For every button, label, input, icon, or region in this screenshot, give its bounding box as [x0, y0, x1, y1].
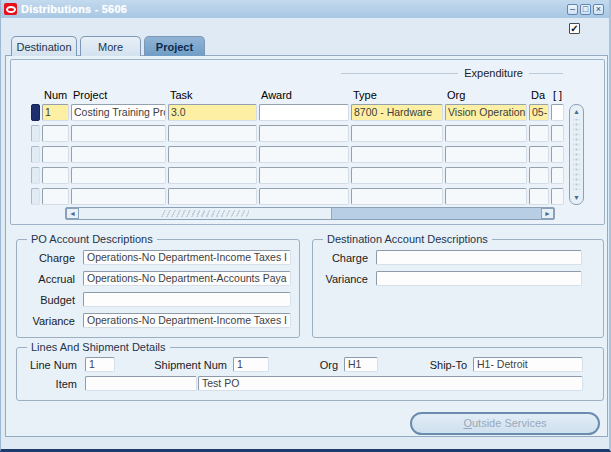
cell-date[interactable]: 05-	[529, 104, 549, 121]
po-charge-label: Charge	[17, 252, 75, 264]
ship-to-field[interactable]: H1- Detroit	[473, 357, 583, 372]
cell-date[interactable]	[529, 188, 549, 205]
cell-project[interactable]	[71, 125, 166, 142]
cell-num[interactable]	[42, 167, 69, 184]
record-selector[interactable]	[31, 146, 40, 163]
cell-task[interactable]	[168, 146, 257, 163]
cell-num[interactable]	[42, 125, 69, 142]
cell-type[interactable]	[351, 167, 443, 184]
grid-horizontal-scrollbar[interactable]: ◄ ►	[65, 207, 555, 220]
cell-task[interactable]	[168, 188, 257, 205]
tab-more[interactable]: More	[80, 36, 141, 56]
po-account-descriptions-group: PO Account Descriptions Charge Operation…	[16, 239, 300, 338]
column-header-type: Type	[351, 89, 443, 101]
cell-project[interactable]	[71, 188, 166, 205]
tab-destination[interactable]: Destination	[11, 36, 77, 56]
table-row[interactable]	[31, 188, 564, 205]
close-icon[interactable]: ×	[593, 4, 604, 15]
cell-type[interactable]: 8700 - Hardware	[351, 104, 443, 121]
cell-reserved[interactable]	[551, 146, 564, 163]
header-checkbox[interactable]: ✓	[569, 23, 580, 34]
table-row[interactable]	[31, 146, 564, 163]
column-header-reserved: [ ]	[551, 89, 564, 101]
po-accrual-field[interactable]: Operations-No Department-Accounts Paya	[83, 271, 291, 286]
spacer	[31, 89, 40, 101]
scroll-right-icon[interactable]: ►	[541, 208, 554, 219]
item-field[interactable]	[85, 376, 197, 391]
cell-award[interactable]	[259, 146, 349, 163]
cell-num[interactable]	[42, 188, 69, 205]
org-field[interactable]: H1	[344, 357, 378, 372]
po-charge-field[interactable]: Operations-No Department-Income Taxes I	[83, 250, 291, 265]
cell-org[interactable]	[445, 167, 527, 184]
record-selector[interactable]	[31, 125, 40, 142]
shipment-num-field[interactable]: 1	[233, 357, 269, 372]
destination-account-descriptions-group: Destination Account Descriptions Charge …	[312, 239, 604, 338]
expenditure-group-label: Expenditure	[458, 67, 529, 79]
cell-org[interactable]	[445, 188, 527, 205]
tab-project[interactable]: Project	[144, 36, 205, 56]
cell-award[interactable]	[259, 188, 349, 205]
maximize-icon[interactable]: □	[580, 4, 591, 15]
cell-reserved[interactable]	[551, 125, 564, 142]
record-selector[interactable]	[31, 167, 40, 184]
cell-task[interactable]	[168, 125, 257, 142]
scroll-left-icon[interactable]: ◄	[66, 208, 79, 219]
dest-variance-field[interactable]	[376, 271, 582, 286]
outside-services-button[interactable]: Outside Services	[410, 412, 600, 435]
cell-reserved[interactable]	[551, 188, 564, 205]
tab-content-project: Expenditure Num Project Task Award Type …	[5, 55, 608, 437]
cell-reserved[interactable]	[551, 167, 564, 184]
org-label: Org	[302, 359, 338, 371]
record-selector[interactable]	[31, 104, 40, 121]
cell-reserved[interactable]	[551, 104, 564, 121]
vertical-scroll-thumb[interactable]	[573, 119, 580, 190]
table-row[interactable]	[31, 167, 564, 184]
column-header-num: Num	[42, 89, 69, 101]
cell-award[interactable]	[259, 104, 349, 121]
window-title: Distributions - 5606	[21, 3, 127, 15]
column-header-project: Project	[71, 89, 166, 101]
horizontal-scroll-track[interactable]	[332, 208, 541, 219]
cell-org[interactable]: Vision Operations	[445, 104, 527, 121]
cell-date[interactable]	[529, 125, 549, 142]
line-num-field[interactable]: 1	[85, 357, 115, 372]
po-variance-field[interactable]: Operations-No Department-Income Taxes I	[83, 313, 291, 328]
column-header-date: Da	[529, 89, 549, 101]
table-row[interactable]: 1 Costing Training Proje 3.0 8700 - Hard…	[31, 104, 564, 121]
scroll-down-icon[interactable]: ▼	[573, 191, 580, 204]
scroll-up-icon[interactable]: ▲	[573, 105, 580, 118]
column-header-org: Org	[445, 89, 527, 101]
cell-date[interactable]	[529, 167, 549, 184]
cell-award[interactable]	[259, 125, 349, 142]
cell-org[interactable]	[445, 146, 527, 163]
group-title: PO Account Descriptions	[27, 233, 157, 245]
cell-type[interactable]	[351, 125, 443, 142]
ship-to-label: Ship-To	[412, 359, 467, 371]
cell-num[interactable]	[42, 146, 69, 163]
cell-task[interactable]	[168, 167, 257, 184]
cell-project[interactable]	[71, 146, 166, 163]
cell-date[interactable]	[529, 146, 549, 163]
item-description-field[interactable]: Test PO	[198, 376, 583, 391]
grid-body: 1 Costing Training Proje 3.0 8700 - Hard…	[31, 104, 564, 205]
cell-type[interactable]	[351, 188, 443, 205]
dest-charge-field[interactable]	[376, 250, 582, 265]
cell-award[interactable]	[259, 167, 349, 184]
item-label: Item	[17, 378, 77, 390]
dest-variance-label: Variance	[313, 273, 368, 285]
cell-org[interactable]	[445, 125, 527, 142]
lines-shipment-details-group: Lines And Shipment Details Line Num 1 Sh…	[16, 347, 604, 401]
horizontal-scroll-thumb[interactable]	[79, 208, 332, 219]
record-selector[interactable]	[31, 188, 40, 205]
table-row[interactable]	[31, 125, 564, 142]
po-budget-field[interactable]	[83, 292, 291, 307]
cell-project[interactable]	[71, 167, 166, 184]
cell-type[interactable]	[351, 146, 443, 163]
title-bar[interactable]: Distributions - 5606 – □ ×	[1, 0, 609, 18]
cell-num[interactable]: 1	[42, 104, 69, 121]
minimize-icon[interactable]: –	[567, 4, 578, 15]
grid-vertical-scrollbar[interactable]: ▲ ▼	[569, 104, 584, 205]
cell-project[interactable]: Costing Training Proje	[71, 104, 166, 121]
cell-task[interactable]: 3.0	[168, 104, 257, 121]
